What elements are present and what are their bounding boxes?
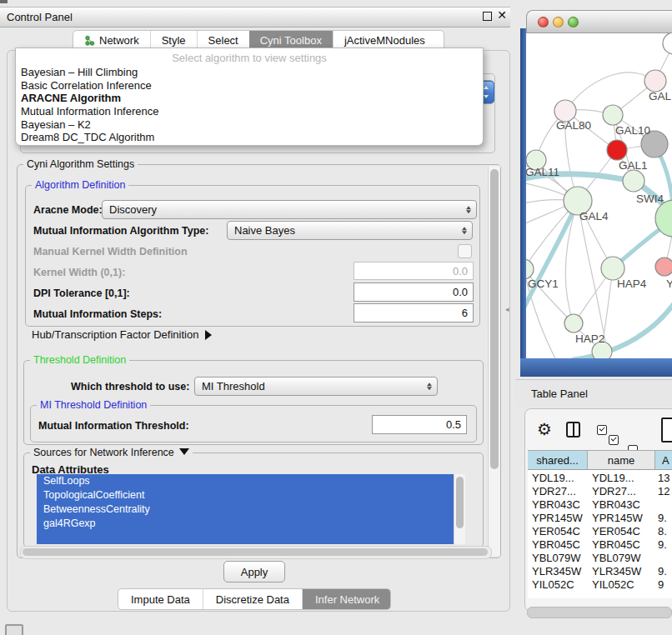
node-gal10[interactable]	[603, 105, 623, 125]
data-attributes-list: SelfLoops TopologicalCoefficient Between…	[37, 474, 465, 544]
mi-threshold-field[interactable]: 0.5	[372, 415, 467, 434]
mi-steps-label: Mutual Information Steps:	[33, 308, 162, 320]
cell-name[interactable]: YLR345W	[592, 565, 654, 578]
attribute-item[interactable]: gal4RGexp	[37, 517, 465, 531]
algorithm-option[interactable]: Basic Correlation Inference	[19, 79, 479, 92]
minimize-traffic-light[interactable]	[553, 17, 564, 28]
scrollbar-thumb[interactable]	[490, 169, 499, 469]
attribute-list-scrollbar[interactable]	[454, 474, 465, 544]
cell-value[interactable]: 9.	[658, 512, 672, 524]
tab-discretize-data[interactable]: Discretize Data	[203, 589, 302, 609]
select-all-checkbox-icon[interactable]	[609, 435, 619, 445]
cell-name[interactable]: YDR27...	[592, 485, 654, 498]
gear-icon[interactable]: ⚙	[537, 421, 552, 438]
cell-shared-name[interactable]: YLR345W	[532, 565, 587, 578]
document-icon[interactable]	[661, 418, 672, 442]
dpi-tolerance-field[interactable]: 0.0	[354, 282, 474, 302]
cell-name[interactable]: YBR043C	[592, 498, 654, 511]
cell-shared-name[interactable]: YBR043C	[532, 498, 587, 511]
scrollbar-thumb[interactable]	[456, 477, 464, 528]
table-horizontal-scrollbar[interactable]	[527, 607, 672, 618]
tab-label: Style	[162, 34, 186, 47]
column-header-name[interactable]: name	[588, 450, 655, 470]
float-window-icon[interactable]	[483, 12, 492, 21]
mi-steps-field[interactable]: 6	[354, 303, 474, 322]
column-header-partial[interactable]: A	[655, 450, 672, 470]
node-gal-partial[interactable]	[644, 70, 666, 92]
network-window-border-left	[520, 28, 526, 377]
sources-group-title[interactable]: Sources for Network Inference	[30, 447, 193, 458]
attribute-item[interactable]: TopologicalCoefficient	[37, 488, 465, 502]
node-gal1[interactable]	[607, 140, 627, 160]
dpi-tolerance-label: DPI Tolerance [0,1]:	[33, 288, 130, 299]
attribute-item-partial[interactable]	[37, 531, 465, 544]
network-canvas[interactable]: GAL GAL80 GAL10 GAL1 GAL11 SWI4 GAL4 GCY…	[526, 33, 672, 358]
cell-name[interactable]: YER054C	[592, 525, 654, 538]
node-label: Y	[666, 278, 672, 290]
kernel-width-field[interactable]: 0.0	[354, 262, 474, 280]
split-columns-icon[interactable]	[566, 422, 580, 438]
mi-algorithm-type-combo[interactable]: Naive Bayes	[227, 221, 473, 240]
cell-shared-name[interactable]: YDL19...	[532, 472, 587, 484]
node-hap2[interactable]	[564, 314, 583, 332]
screen: Control Panel ✕ Network Style Select Cyn…	[0, 0, 672, 635]
which-threshold-label: Which threshold to use:	[71, 381, 189, 392]
column-header-shared-name[interactable]: shared...	[528, 450, 588, 470]
settings-horizontal-scrollbar[interactable]	[20, 546, 492, 559]
cell-value[interactable]: 13	[658, 472, 672, 484]
tab-label: Discretize Data	[216, 593, 289, 606]
cell-value[interactable]: 8.	[658, 525, 672, 538]
cell-value[interactable]: 12	[658, 485, 672, 498]
cell-name[interactable]: YBL079W	[592, 552, 654, 564]
node-swi4[interactable]	[623, 170, 644, 192]
scrollbar-thumb[interactable]	[23, 548, 488, 556]
algorithm-option[interactable]: Bayesian – K2	[19, 118, 479, 132]
close-traffic-light[interactable]	[538, 17, 549, 28]
cell-shared-name[interactable]: YER054C	[532, 525, 587, 538]
cell-shared-name[interactable]: YBL079W	[532, 552, 587, 564]
node-gcy1[interactable]	[526, 259, 534, 279]
maximize-traffic-light[interactable]	[568, 17, 579, 28]
node-hap4[interactable]	[601, 257, 624, 280]
settings-vertical-scrollbar[interactable]	[488, 166, 500, 556]
panel-divider-arrow[interactable]: ◂	[505, 305, 509, 313]
aracne-mode-combo[interactable]: Discovery	[102, 200, 477, 219]
manual-kernel-width-checkbox[interactable]	[458, 244, 472, 258]
cell-shared-name[interactable]: YIL052C	[532, 578, 587, 591]
which-threshold-combo[interactable]: MI Threshold	[194, 377, 438, 396]
cell-shared-name[interactable]: YPR145W	[532, 512, 587, 524]
top-left-fragment	[0, 0, 8, 3]
cell-shared-name[interactable]: YBR045C	[532, 538, 587, 551]
tab-impute-data[interactable]: Impute Data	[118, 589, 203, 609]
cell-value[interactable]: 9.	[658, 565, 672, 578]
node[interactable]	[663, 33, 672, 54]
node-label: HAP2	[575, 332, 604, 345]
cell-name[interactable]: YPR145W	[592, 512, 654, 524]
attribute-item[interactable]: BetweennessCentrality	[37, 502, 465, 517]
threshold-definition-title: Threshold Definition	[30, 354, 129, 366]
cell-shared-name[interactable]: YDR27...	[532, 485, 587, 498]
tab-label: Infer Network	[315, 593, 379, 606]
cell-name[interactable]: YIL052C	[592, 578, 654, 591]
cell-value[interactable]: 9	[658, 578, 672, 591]
cell-value[interactable]: 9.	[658, 538, 672, 551]
expand-arrow-icon	[205, 330, 212, 340]
hub-definition-toggle[interactable]: Hub/Transcription Factor Definition	[32, 328, 212, 341]
algorithm-option[interactable]: Mutual Information Inference	[19, 105, 479, 118]
select-all-checkbox-icon[interactable]	[597, 425, 607, 435]
node-salmon[interactable]	[655, 258, 672, 276]
cell-name[interactable]: YDL19...	[592, 472, 654, 484]
mi-threshold-label: Mutual Information Threshold:	[38, 420, 189, 432]
node-label: GAL10	[615, 124, 650, 137]
cell-name[interactable]: YBR045C	[592, 538, 654, 551]
apply-button[interactable]: Apply	[223, 561, 285, 582]
attribute-item[interactable]: SelfLoops	[37, 474, 465, 488]
tab-infer-network[interactable]: Infer Network	[302, 589, 391, 609]
bottom-left-icon-fragment[interactable]	[5, 624, 23, 635]
mi-algorithm-type-value: Naive Bayes	[234, 224, 295, 237]
algorithm-option-selected[interactable]: ARACNE Algorithm	[19, 92, 479, 105]
node-label: HAP4	[617, 278, 647, 290]
close-icon[interactable]: ✕	[497, 8, 507, 22]
algorithm-option[interactable]: Dream8 DC_TDC Algorithm	[19, 131, 479, 144]
algorithm-option[interactable]: Bayesian – Hill Climbing	[19, 66, 479, 79]
